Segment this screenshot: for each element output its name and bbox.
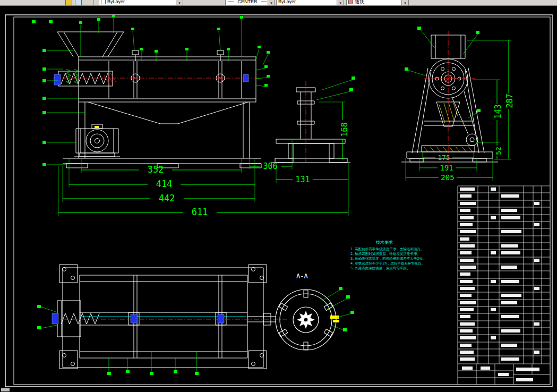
linetype-control-dropdown[interactable]: CENTER ▾: [225, 0, 275, 6]
tech-notes-title: 技术要求: [375, 240, 393, 245]
color-control-value: ByLayer: [107, 0, 176, 4]
tech-note-line: 5. 外露表面涂防锈漆，涂层均匀牢固。: [350, 266, 410, 270]
tech-note-line: 2. 轴承装配时涂润滑脂，转动应灵活无卡滞。: [350, 252, 421, 256]
dropdown-arrow-icon[interactable]: ▾: [268, 0, 275, 5]
color-swatch: [101, 0, 106, 4]
plotstyle-control-value: 随块: [355, 0, 401, 5]
drawing-canvas[interactable]: A-A 技术要求 1. 装配前所有零件须清洗干净，去除毛刺油污。 2. 轴承装配…: [0, 0, 557, 392]
linetype-dash-icon: [228, 2, 234, 2]
dim-175: 175: [438, 154, 450, 161]
dim-143: 143: [493, 104, 503, 118]
dropdown-arrow-icon[interactable]: ▾: [337, 0, 344, 5]
dropdown-arrow-icon[interactable]: ▾: [176, 0, 183, 5]
linetype-dash-icon: [261, 2, 267, 2]
statusbar-chip: [1, 388, 10, 391]
dim-205: 205: [441, 173, 454, 182]
dim-131: 131: [295, 175, 310, 184]
properties-toolbar: ByLayer ▾ CENTER ▾ ByLayer ▾ 随块 ▾: [0, 0, 557, 6]
dim-611: 611: [192, 207, 208, 217]
tech-note-line: 1. 装配前所有零件须清洗干净，去除毛刺油污。: [350, 247, 424, 251]
dim-287: 287: [505, 93, 515, 108]
color-control-dropdown[interactable]: ByLayer ▾: [99, 0, 183, 6]
tech-note-line: 4. 空载试运转不少于2h，运转平稳无异常噪音。: [350, 261, 425, 266]
dim-168: 168: [340, 122, 349, 137]
tech-note-line: 3. 传动带张紧适度，两带轮槽面偏差不大于2%。: [350, 257, 426, 261]
linetype-control-value: CENTER: [235, 0, 260, 4]
plotstyle-control-dropdown[interactable]: 随块 ▾: [346, 0, 409, 6]
dim-306: 306: [263, 161, 277, 171]
dropdown-arrow-icon[interactable]: ▾: [401, 0, 408, 5]
cad-window: ByLayer ▾ CENTER ▾ ByLayer ▾ 随块 ▾: [0, 0, 557, 392]
section-label: A-A: [296, 272, 308, 280]
lineweight-control-value: ByLayer: [278, 0, 337, 4]
plotstyle-swatch: [348, 0, 353, 4]
layer-tool-icon[interactable]: [65, 0, 72, 5]
section-hub-bore: [304, 318, 308, 322]
layer-manager-icon[interactable]: [75, 0, 82, 5]
dim-414: 414: [156, 178, 173, 189]
dim-442: 442: [159, 193, 175, 203]
toolbar-separator: [93, 0, 94, 6]
lineweight-control-dropdown[interactable]: ByLayer ▾: [276, 0, 344, 6]
dim-352: 352: [148, 164, 164, 175]
dim-191: 191: [440, 164, 453, 172]
dim-52: 52: [494, 147, 502, 155]
